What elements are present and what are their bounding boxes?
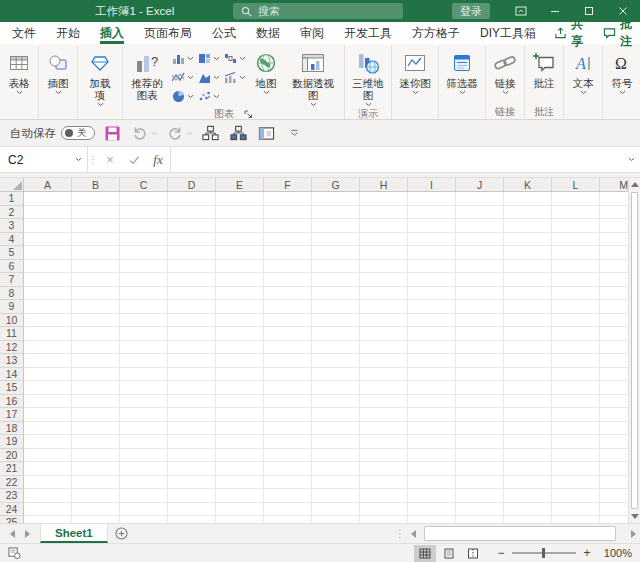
search-box[interactable]: 搜索 [233, 3, 403, 19]
grid-cell-L17[interactable] [552, 408, 600, 422]
row-header-25[interactable]: 25 [0, 516, 24, 523]
chevron-down-icon[interactable] [69, 157, 87, 162]
column-header-C[interactable]: C [120, 178, 168, 192]
grid-cell-D20[interactable] [168, 449, 216, 463]
grid-cell-H19[interactable] [360, 435, 408, 449]
grid-cell-A14[interactable] [24, 368, 72, 382]
row-header-7[interactable]: 7 [0, 273, 24, 287]
grid-cell-A16[interactable] [24, 395, 72, 409]
grid-cell-M24[interactable] [600, 503, 628, 517]
grid-cell-B10[interactable] [72, 314, 120, 328]
grid-cell-C18[interactable] [120, 422, 168, 436]
grid-cell-J17[interactable] [456, 408, 504, 422]
grid-cell-A2[interactable] [24, 206, 72, 220]
grid-cell-K18[interactable] [504, 422, 552, 436]
grid-cell-E12[interactable] [216, 341, 264, 355]
grid-cell-C7[interactable] [120, 273, 168, 287]
grid-cell-I8[interactable] [408, 287, 456, 301]
grid-cell-A20[interactable] [24, 449, 72, 463]
customize-qat-button[interactable] [283, 122, 305, 144]
grid-cell-B8[interactable] [72, 287, 120, 301]
new-sheet-button[interactable] [108, 524, 136, 543]
column-header-D[interactable]: D [168, 178, 216, 192]
grid-cell-B17[interactable] [72, 408, 120, 422]
name-box-input[interactable] [0, 153, 69, 167]
grid-cell-D3[interactable] [168, 219, 216, 233]
grid-cell-E17[interactable] [216, 408, 264, 422]
grid-cell-F19[interactable] [264, 435, 312, 449]
grid-cell-L9[interactable] [552, 300, 600, 314]
row-header-10[interactable]: 10 [0, 314, 24, 328]
grid-cell-E7[interactable] [216, 273, 264, 287]
zoom-level[interactable]: 100% [598, 547, 632, 559]
grid-cell-D17[interactable] [168, 408, 216, 422]
grid-cell-J14[interactable] [456, 368, 504, 382]
grid-cell-D13[interactable] [168, 354, 216, 368]
grid-cell-H25[interactable] [360, 516, 408, 523]
text-button[interactable]: A 文本 [566, 47, 600, 95]
grid-cell-K9[interactable] [504, 300, 552, 314]
grid-cell-K23[interactable] [504, 489, 552, 503]
tab-split-handle[interactable]: ⋮ [394, 528, 406, 539]
vertical-scrollbar[interactable] [628, 178, 640, 523]
grid-cell-M13[interactable] [600, 354, 628, 368]
column-header-I[interactable]: I [408, 178, 456, 192]
grid-cell-D5[interactable] [168, 246, 216, 260]
formula-input-area[interactable] [170, 147, 640, 172]
grid-cell-I13[interactable] [408, 354, 456, 368]
grid-cell-G6[interactable] [312, 260, 360, 274]
grid-cell-H12[interactable] [360, 341, 408, 355]
row-header-22[interactable]: 22 [0, 476, 24, 490]
grid-cell-A25[interactable] [24, 516, 72, 523]
sheet-tab-sheet1[interactable]: Sheet1 [40, 524, 108, 543]
signin-button[interactable]: 登录 [452, 3, 490, 19]
grid-cell-K24[interactable] [504, 503, 552, 517]
grid-cell-E22[interactable] [216, 476, 264, 490]
grid-cell-M4[interactable] [600, 233, 628, 247]
grid-cell-K21[interactable] [504, 462, 552, 476]
grid-cell-B15[interactable] [72, 381, 120, 395]
grid-cell-H7[interactable] [360, 273, 408, 287]
grid-cell-K4[interactable] [504, 233, 552, 247]
grid-cell-D23[interactable] [168, 489, 216, 503]
grid-cell-F18[interactable] [264, 422, 312, 436]
grid-cell-F15[interactable] [264, 381, 312, 395]
grid-cell-M16[interactable] [600, 395, 628, 409]
grid-cell-E20[interactable] [216, 449, 264, 463]
grid-cell-J22[interactable] [456, 476, 504, 490]
grid-cell-J23[interactable] [456, 489, 504, 503]
grid-cell-F25[interactable] [264, 516, 312, 523]
zoom-slider[interactable] [512, 552, 576, 554]
grid-cell-M25[interactable] [600, 516, 628, 523]
grid-cell-D2[interactable] [168, 206, 216, 220]
column-header-H[interactable]: H [360, 178, 408, 192]
grid-cell-G22[interactable] [312, 476, 360, 490]
autosave-toggle[interactable]: 关 [61, 126, 95, 140]
grid-cell-M14[interactable] [600, 368, 628, 382]
grid-cell-J7[interactable] [456, 273, 504, 287]
grid-cell-I12[interactable] [408, 341, 456, 355]
grid-cell-F22[interactable] [264, 476, 312, 490]
grid-cell-F23[interactable] [264, 489, 312, 503]
slicers-button[interactable]: 筛选器 [441, 47, 483, 95]
grid-cell-H8[interactable] [360, 287, 408, 301]
grid-cell-K25[interactable] [504, 516, 552, 523]
grid-cell-J5[interactable] [456, 246, 504, 260]
column-header-K[interactable]: K [504, 178, 552, 192]
grid-cell-D25[interactable] [168, 516, 216, 523]
grid-cell-C13[interactable] [120, 354, 168, 368]
grid-cell-G14[interactable] [312, 368, 360, 382]
grid-cell-D7[interactable] [168, 273, 216, 287]
grid-cell-C16[interactable] [120, 395, 168, 409]
grid-cell-K2[interactable] [504, 206, 552, 220]
grid-cell-L15[interactable] [552, 381, 600, 395]
grid-cell-E19[interactable] [216, 435, 264, 449]
row-header-12[interactable]: 12 [0, 341, 24, 355]
grid-cell-G7[interactable] [312, 273, 360, 287]
scroll-up-icon[interactable] [629, 178, 640, 191]
row-header-13[interactable]: 13 [0, 354, 24, 368]
formula-bar-splitter[interactable]: ⋮ [88, 147, 98, 172]
grid-cell-A11[interactable] [24, 327, 72, 341]
grid-cell-B4[interactable] [72, 233, 120, 247]
grid-cell-I19[interactable] [408, 435, 456, 449]
